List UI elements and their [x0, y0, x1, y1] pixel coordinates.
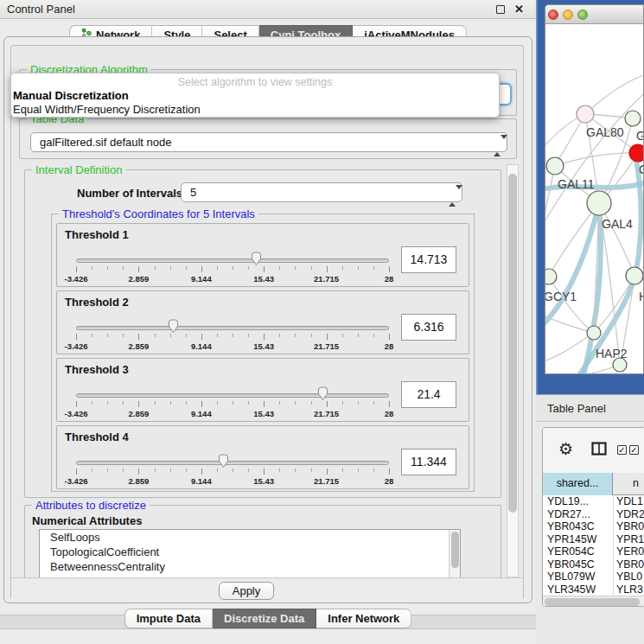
network-window-titlebar — [545, 5, 643, 24]
tick-label: 28 — [385, 274, 394, 284]
close-window-icon[interactable] — [548, 10, 558, 20]
network-node-label: GCY1 — [545, 290, 577, 303]
network-node-hap2[interactable] — [587, 326, 601, 340]
slider-track[interactable] — [76, 326, 389, 330]
network-edge[interactable] — [545, 166, 555, 242]
network-node-label: H — [639, 290, 644, 303]
tick-label: -3.426 — [65, 341, 88, 351]
network-node-label: GAL11 — [558, 177, 595, 191]
numerical-attributes-list[interactable]: SelfLoopsTopologicalCoefficientBetweenne… — [39, 529, 461, 577]
threshold-box-3: Threshold 3-3.4262.8599.14415.4321.71528… — [56, 358, 469, 422]
network-node-label: C — [639, 163, 644, 176]
table-row[interactable]: YPR145WYPR1 — [543, 533, 644, 546]
tick-label: 15.43 — [253, 476, 274, 486]
column-header-shared-name[interactable]: shared... — [543, 473, 613, 495]
slider-thumb[interactable] — [316, 386, 329, 405]
network-node-ga[interactable] — [625, 111, 641, 126]
table-rows: YDL19...YDL1YDR27...YDR2YBR043CYBR0YPR14… — [543, 495, 644, 596]
network-edge[interactable] — [555, 153, 638, 166]
slider-track[interactable] — [76, 258, 389, 263]
slider-thumb[interactable] — [217, 454, 230, 472]
control-panel-titlebar: Control Panel ✕ — [0, 0, 536, 19]
network-node-gal11[interactable] — [546, 157, 564, 175]
threshold-slider[interactable]: -3.4262.8599.14415.4321.71528 — [76, 319, 389, 352]
interval-definition-group: Interval Definition Number of Intervals … — [24, 169, 501, 498]
checkbox-icon[interactable]: ✓ — [617, 445, 627, 455]
cell-name: YBR0 — [613, 520, 644, 533]
control-panel: Control Panel ✕ NetworkStyleSelectCyni T… — [0, 0, 536, 644]
tick-label: 28 — [385, 409, 394, 418]
network-canvas[interactable]: GAL80GACGAL11GAL4GCY1HHAP2 — [545, 24, 644, 374]
cell-name: YBR0 — [613, 558, 644, 571]
threshold-value-field[interactable]: 14.713 — [401, 246, 456, 273]
tick-label: 21.715 — [314, 341, 339, 351]
network-edge[interactable] — [585, 73, 644, 114]
table-row[interactable]: YDR27...YDR2 — [543, 508, 644, 521]
attributes-group: Attributes to discretize Numerical Attri… — [24, 505, 501, 577]
table-data-combobox[interactable]: galFiltered.sif default node — [30, 132, 507, 152]
slider-thumb[interactable] — [167, 319, 180, 337]
apply-button[interactable]: Apply — [219, 582, 274, 600]
attribute-list-item[interactable]: TopologicalCoefficient — [40, 545, 460, 559]
settings-scroll-area: Interval Definition Number of Intervals … — [0, 163, 536, 577]
network-node-gal80[interactable] — [577, 105, 594, 123]
slider-track[interactable] — [76, 393, 389, 398]
menu-item-manual-discretization[interactable]: Manual Discretization — [13, 89, 129, 102]
settings-scrollbar[interactable] — [507, 164, 519, 577]
table-row[interactable]: YBR043CYBR0 — [543, 520, 644, 533]
tab-label: Infer Network — [328, 609, 399, 628]
threshold-value-field[interactable]: 6.316 — [401, 314, 456, 341]
cell-name: YLR3 — [613, 583, 643, 596]
panel-divider[interactable] — [536, 0, 538, 394]
table-column-headers: shared... n — [543, 473, 644, 495]
numerical-attributes-label: Numerical Attributes — [32, 514, 142, 527]
tick-label: -3.426 — [65, 476, 88, 486]
table-row[interactable]: YBR045CYBR0 — [543, 558, 644, 571]
split-columns-icon[interactable] — [591, 442, 607, 459]
network-window: GAL80GACGAL11GAL4GCY1HHAP2 — [545, 4, 644, 374]
checkbox-icon[interactable]: ✓ — [629, 445, 639, 455]
attributes-list-scrollbar[interactable] — [449, 530, 460, 577]
column-header-name[interactable]: n — [614, 473, 644, 495]
minimize-window-icon[interactable] — [563, 10, 573, 20]
tick-label: 15.43 — [253, 409, 274, 418]
float-panel-icon[interactable] — [496, 5, 505, 14]
zoom-window-icon[interactable] — [577, 10, 588, 20]
threshold-slider[interactable]: -3.4262.8599.14415.4321.71528 — [76, 252, 389, 284]
tick-label: 9.144 — [191, 274, 212, 284]
slider-thumb[interactable] — [250, 252, 263, 270]
table-row[interactable]: YER054CYER0 — [543, 545, 644, 558]
tick-label: 15.43 — [253, 341, 274, 351]
attribute-list-item[interactable]: SelfLoops — [40, 530, 460, 545]
slider-track[interactable] — [76, 461, 389, 465]
network-edge[interactable] — [545, 203, 599, 328]
threshold-box-4: Threshold 4-3.4262.8599.14415.4321.71528… — [56, 425, 469, 489]
table-row[interactable]: YDL19...YDL1 — [543, 495, 644, 508]
gear-icon[interactable]: ⚙ — [558, 439, 573, 459]
network-node-gcy1[interactable] — [545, 269, 557, 284]
network-node-h[interactable] — [626, 267, 643, 284]
threshold-value-field[interactable]: 21.4 — [401, 381, 456, 408]
network-node[interactable] — [613, 358, 627, 372]
table-row[interactable]: YBL079WYBL0 — [543, 571, 644, 583]
tab-impute-data[interactable]: Impute Data — [124, 609, 213, 628]
table-horizontal-scrollbar[interactable] — [543, 596, 644, 607]
network-node-label: GA — [636, 129, 644, 143]
table-row[interactable]: YLR345WYLR3 — [543, 583, 644, 596]
close-panel-icon[interactable]: ✕ — [514, 3, 524, 16]
attribute-list-item[interactable]: BetweennessCentrality — [40, 559, 460, 574]
cell-shared-name: YDR27... — [543, 508, 613, 521]
number-of-intervals-label: Number of Intervals — [77, 187, 182, 200]
tick-label: 15.43 — [253, 274, 274, 284]
cell-name: YPR1 — [613, 533, 644, 546]
tab-discretize-data[interactable]: Discretize Data — [213, 609, 316, 628]
threshold-value-field[interactable]: 11.344 — [401, 449, 456, 475]
network-node-gal4[interactable] — [587, 191, 611, 215]
tab-infer-network[interactable]: Infer Network — [316, 609, 411, 628]
threshold-slider[interactable]: -3.4262.8599.14415.4321.71528 — [76, 386, 389, 419]
number-of-intervals-combobox[interactable]: 5 — [181, 182, 462, 202]
threshold-slider[interactable]: -3.4262.8599.14415.4321.71528 — [76, 454, 389, 487]
network-node-c[interactable] — [629, 144, 644, 162]
menu-item-equal-width-frequency[interactable]: Equal Width/Frequency Discretization — [13, 103, 201, 116]
table-panel: ⚙ ✓ ✓ shared... n YDL19...YDL1YDR27...YD… — [536, 422, 644, 644]
